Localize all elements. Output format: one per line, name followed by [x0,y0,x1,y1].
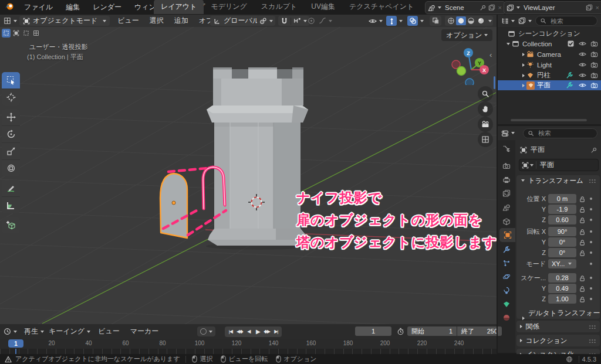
tool-select-box[interactable] [2,72,20,89]
tool-move[interactable] [2,109,20,126]
transform-panel-title[interactable]: トランスフォーム [528,176,583,185]
lock-icon[interactable] [579,217,586,223]
tab-modeling[interactable]: モデリング [204,0,254,14]
camera-view-button[interactable] [478,117,493,132]
menu-marker[interactable]: マーカー [125,326,164,336]
tab-object-data[interactable] [498,297,515,311]
properties-editor-type-button[interactable] [501,130,515,137]
expand-icon[interactable] [522,84,525,87]
collections-panel[interactable]: コレクション [516,335,600,346]
tab-object[interactable] [499,228,515,242]
tab-layout[interactable]: レイアウト [154,0,204,14]
select-mode-set[interactable] [2,29,11,38]
xray-toggle[interactable] [430,16,441,26]
scene-selector[interactable]: Scene × [425,1,506,14]
camera-render-icon[interactable] [590,81,598,89]
tab-material[interactable] [498,311,515,325]
frame-end-field[interactable]: 終了 250 [457,326,502,336]
rotation-mode-dropdown[interactable]: XY... [548,259,576,268]
select-mode-extend[interactable] [12,29,21,38]
animate-dot[interactable] [590,241,592,243]
lock-icon[interactable] [579,285,586,292]
gizmo-z-neg[interactable] [465,79,474,85]
tool-measure[interactable] [2,197,20,213]
tab-world[interactable] [498,215,515,229]
scene-name[interactable]: Scene [445,4,464,11]
outliner-scrollbar[interactable] [511,119,587,121]
show-overlays-toggle[interactable] [407,16,424,26]
object-name-value[interactable]: 平面 [540,160,554,170]
tower-object[interactable] [206,67,309,250]
outliner-row-cylinder[interactable]: 円柱 [498,70,601,80]
expand-icon[interactable] [522,74,525,77]
drag-dots-icon[interactable] [589,179,596,183]
next-keyframe-button[interactable]: ◆▶ [262,329,272,334]
tab-texture-paint[interactable]: テクスチャペイント [342,0,421,14]
outliner-row-plane[interactable]: 平面 [498,80,601,90]
camera-render-icon[interactable] [590,61,598,69]
menu-view[interactable]: ビュー [112,16,144,26]
editor-type-button[interactable] [4,17,17,25]
show-gizmo-toggle[interactable] [386,16,403,26]
viewlayer-selector[interactable]: ViewLayer × [504,1,601,14]
relations-panel[interactable]: 関係 [516,321,600,332]
current-frame-marker[interactable]: 1 [8,339,23,348]
lock-icon[interactable] [579,275,586,281]
zoom-button[interactable] [478,86,493,101]
play-button[interactable]: ▶ [254,328,263,335]
sidebar-collapse-arrow[interactable]: ‹ [489,50,492,59]
tab-shading[interactable]: シェーディング [421,0,423,14]
network-globe-icon[interactable] [566,356,573,363]
menu-render[interactable]: レンダー [86,0,128,14]
tab-particles[interactable] [498,256,515,270]
play-reverse-button[interactable]: ◀ [244,329,254,334]
prev-keyframe-button[interactable]: ◀◆ [235,329,245,334]
navigation-gizmo[interactable]: Z Y X [451,44,492,85]
shading-rendered-button[interactable] [476,16,486,25]
tab-output[interactable] [498,173,515,187]
animate-dot[interactable] [590,287,592,290]
copy-icon[interactable] [586,4,593,11]
menu-view[interactable]: ビュー [93,326,125,336]
eye-icon[interactable] [579,40,586,47]
location-y-field[interactable]: -1.9 [548,205,576,214]
shading-material-button[interactable] [466,16,476,25]
outliner-row-camera[interactable]: Camera [498,49,601,59]
menu-file[interactable]: ファイル [18,0,59,14]
viewlayer-name[interactable]: ViewLayer [524,4,555,11]
outliner-filter-button[interactable] [501,17,515,25]
tool-annotate[interactable] [2,180,20,197]
expand-icon[interactable] [522,53,525,56]
lock-icon[interactable] [579,196,586,202]
tab-tool[interactable] [498,142,515,156]
eye-icon[interactable] [579,50,586,58]
lock-icon[interactable] [579,296,586,302]
copy-icon[interactable] [488,4,495,11]
snap-controls[interactable] [278,16,309,26]
show-object-types-button[interactable] [369,17,383,25]
outliner-search[interactable] [535,16,597,26]
pivot-point-selector[interactable] [257,16,275,26]
menu-select[interactable]: 選択 [144,16,169,26]
tool-rotate[interactable] [2,126,20,143]
blender-logo-icon[interactable] [5,2,14,12]
outliner-row-scene-collection[interactable]: シーンコレクション [498,29,601,39]
menu-edit[interactable]: 編集 [59,0,86,14]
region-divider[interactable] [498,124,601,126]
tool-scale[interactable] [2,143,20,160]
tab-sculpting[interactable]: スカルプト [254,0,304,14]
jump-to-start-button[interactable]: |◀ [226,329,235,334]
eye-icon[interactable] [579,81,586,89]
shading-wireframe-button[interactable] [446,16,456,25]
menu-add[interactable]: 追加 [169,16,194,26]
scale-z-field[interactable]: 1.00 [548,294,576,304]
scale-y-field[interactable]: 0.49 [548,284,576,293]
animate-dot[interactable] [590,263,592,265]
viewport-scrollbar[interactable] [494,76,495,89]
timeline-ruler[interactable]: 20 40 60 80 100 120 140 160 180 200 220 … [0,339,497,349]
scale-x-field[interactable]: 0.28 [548,273,576,283]
location-x-field[interactable]: 0 m [548,194,576,203]
mode-selector[interactable]: オブジェクトモード [19,16,110,26]
properties-search[interactable] [523,128,597,138]
options-button[interactable]: オプション [441,29,492,41]
